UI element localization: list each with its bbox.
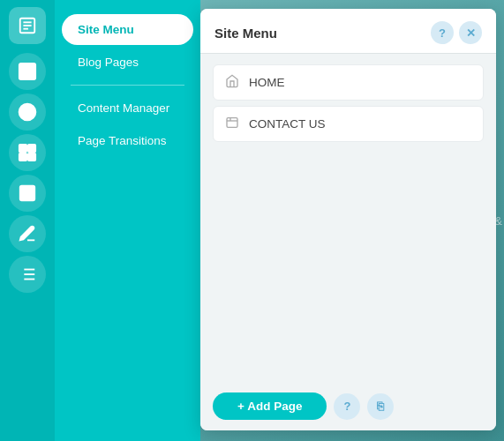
side-panel-divider [71,85,184,86]
panel-title: Site Menu [214,26,277,41]
layout-icon[interactable] [9,53,46,90]
pen-icon[interactable] [9,215,46,252]
svg-rect-10 [19,145,26,152]
svg-point-15 [23,189,26,191]
sidebar-item-page-transitions[interactable]: Page Transitions [62,125,193,156]
add-icon[interactable] [9,93,46,131]
panel-header: Site Menu ? ✕ [200,9,496,54]
sidebar-item-content-manager[interactable]: Content Manager [62,93,193,123]
svg-rect-22 [227,118,237,128]
list-icon[interactable] [9,256,46,293]
add-page-button[interactable]: + Add Page [213,392,327,420]
menu-item-contact-label: CONTACT US [249,117,326,131]
svg-rect-11 [28,145,35,152]
contact-icon [224,116,240,132]
svg-rect-13 [28,153,35,161]
side-panel: Site Menu Blog Pages Content Manager Pag… [55,0,200,441]
main-panel: Site Menu ? ✕ HOME [200,9,496,430]
pages-icon[interactable] [9,7,46,44]
panel-footer: + Add Page ? ⎘ [200,384,496,430]
media-icon[interactable] [9,175,46,212]
components-icon[interactable] [9,134,46,171]
footer-help-button[interactable]: ? [334,393,360,420]
sidebar-item-site-menu[interactable]: Site Menu [62,14,193,45]
toolbar [0,0,55,441]
svg-rect-12 [19,153,26,161]
footer-copy-button[interactable]: ⎘ [367,393,394,420]
sidebar-item-blog-pages[interactable]: Blog Pages [62,47,193,78]
menu-item-home[interactable]: HOME [213,64,484,101]
menu-item-contact-us[interactable]: CONTACT US [213,106,484,142]
close-button[interactable]: ✕ [459,21,482,44]
panel-body: HOME CONTACT US [200,54,496,384]
menu-item-home-label: HOME [249,76,285,89]
panel-header-actions: ? ✕ [431,21,482,44]
home-icon [224,74,240,91]
help-button[interactable]: ? [431,21,454,44]
